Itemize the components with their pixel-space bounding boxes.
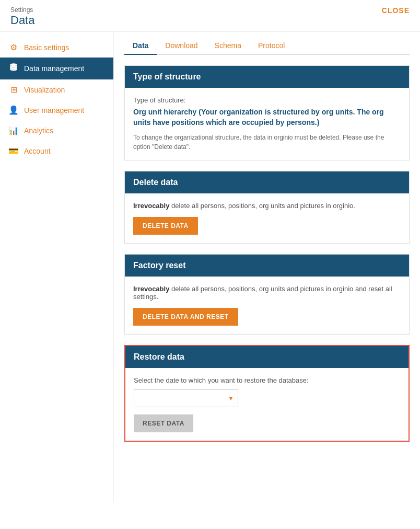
sidebar-item-account[interactable]: 💳 Account (0, 141, 113, 161)
delete-data-description: Irrevocably delete all persons, position… (133, 202, 401, 210)
main-content: Data Download Schema Protocol Type of st… (114, 32, 420, 502)
type-of-structure-body: Type of structure: Org unit hierarchy (Y… (125, 88, 409, 160)
sidebar-item-label: Visualization (24, 86, 65, 94)
delete-data-rest: delete all persons, positions, org units… (171, 202, 355, 210)
factory-reset-description: Irrevocably delete all persons, position… (133, 285, 401, 301)
sidebar-item-label: Basic settings (24, 43, 69, 52)
breadcrumb: Settings (10, 6, 34, 14)
restore-label: Select the date to which you want to res… (134, 376, 400, 384)
factory-reset-body: Irrevocably delete all persons, position… (125, 277, 409, 334)
delete-data-card: Delete data Irrevocably delete all perso… (124, 171, 410, 244)
factory-reset-header: Factory reset (125, 255, 409, 277)
tab-download[interactable]: Download (157, 37, 206, 55)
sidebar-item-label: Account (24, 147, 51, 155)
sidebar-item-label: Analytics (24, 126, 53, 135)
factory-reset-rest: delete all persons, positions, org units… (133, 285, 392, 301)
database-icon (8, 63, 19, 74)
account-icon: 💳 (8, 146, 19, 156)
sidebar-item-label: Data management (24, 64, 84, 73)
sidebar-item-analytics[interactable]: 📊 Analytics (0, 120, 113, 141)
layout: ⚙ Basic settings Data management ⊞ Visua… (0, 32, 420, 502)
type-value: Org unit hierarchy (Your organization is… (133, 107, 401, 128)
delete-data-reset-button[interactable]: DELETE DATA AND RESET (133, 308, 238, 326)
sidebar-item-visualization[interactable]: ⊞ Visualization (0, 79, 113, 100)
factory-reset-card: Factory reset Irrevocably delete all per… (124, 254, 410, 335)
sidebar-item-user-management[interactable]: 👤 User management (0, 100, 113, 120)
page-title: Data (10, 14, 34, 27)
restore-data-body: Select the date to which you want to res… (125, 368, 409, 441)
type-label: Type of structure: (133, 96, 401, 104)
delete-data-header: Delete data (125, 171, 409, 193)
sidebar-item-label: User management (24, 106, 84, 114)
tabs: Data Download Schema Protocol (124, 32, 410, 55)
type-note: To change the organizational structure, … (133, 133, 401, 152)
grid-icon: ⊞ (8, 85, 19, 95)
reset-data-button[interactable]: RESET DATA (134, 415, 193, 432)
tab-data[interactable]: Data (124, 37, 157, 55)
restore-date-select[interactable] (134, 389, 238, 407)
sidebar-item-data-management[interactable]: Data management (0, 58, 113, 79)
header: Settings Data CLOSE (0, 0, 420, 32)
tab-schema[interactable]: Schema (206, 37, 250, 55)
sidebar: ⚙ Basic settings Data management ⊞ Visua… (0, 32, 114, 502)
delete-data-body: Irrevocably delete all persons, position… (125, 193, 409, 243)
analytics-icon: 📊 (8, 125, 19, 135)
gear-icon: ⚙ (8, 42, 19, 52)
tab-protocol[interactable]: Protocol (250, 37, 293, 55)
type-of-structure-card: Type of structure Type of structure: Org… (124, 65, 410, 160)
close-button[interactable]: CLOSE (382, 6, 410, 15)
svg-point-0 (10, 63, 17, 66)
restore-select-wrapper: ▼ (134, 389, 238, 407)
delete-data-button[interactable]: DELETE DATA (133, 217, 198, 235)
user-icon: 👤 (8, 105, 19, 115)
header-right: CLOSE (382, 6, 410, 15)
restore-data-card: Restore data Select the date to which yo… (124, 345, 410, 442)
header-left: Settings Data (10, 6, 34, 27)
type-of-structure-header: Type of structure (125, 66, 409, 88)
factory-reset-bold: Irrevocably (133, 285, 169, 293)
delete-data-bold: Irrevocably (133, 202, 169, 210)
restore-data-header: Restore data (125, 346, 409, 368)
sidebar-item-basic-settings[interactable]: ⚙ Basic settings (0, 37, 113, 58)
